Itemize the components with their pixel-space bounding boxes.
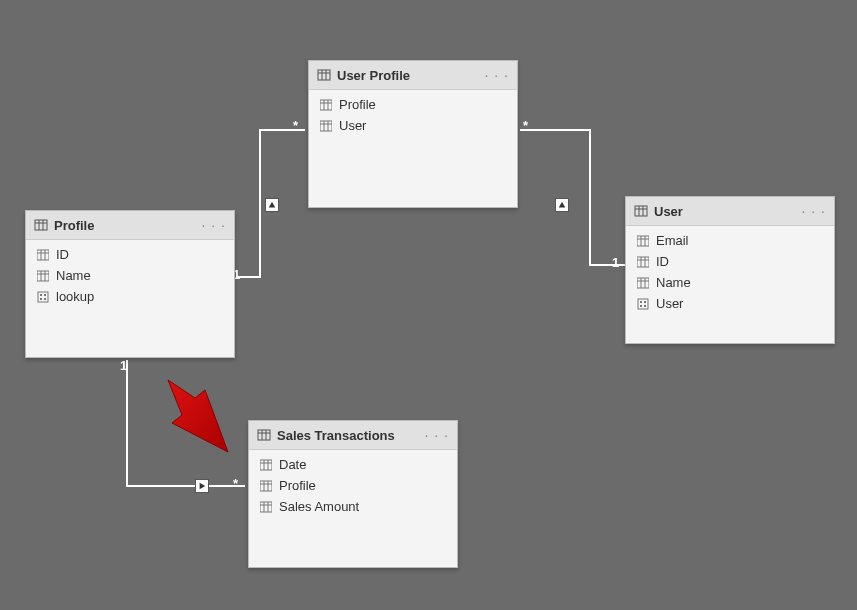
table-icon xyxy=(257,428,271,442)
measure-icon xyxy=(636,297,650,311)
table-title: User Profile xyxy=(337,68,479,83)
svg-rect-8 xyxy=(37,250,49,260)
more-options-icon[interactable]: · · · xyxy=(202,217,226,233)
svg-rect-49 xyxy=(638,299,648,309)
field-row[interactable]: lookup xyxy=(26,286,234,307)
svg-rect-12 xyxy=(37,271,49,281)
svg-rect-62 xyxy=(260,481,272,491)
svg-rect-29 xyxy=(320,121,332,131)
field-name: Name xyxy=(56,268,91,283)
svg-marker-2 xyxy=(200,483,206,489)
field-row[interactable]: User xyxy=(626,293,834,314)
table-fields: Email ID Name User xyxy=(626,226,834,326)
svg-rect-51 xyxy=(644,301,646,303)
table-header[interactable]: User · · · xyxy=(626,197,834,226)
field-name: Email xyxy=(656,233,689,248)
filter-direction-icon xyxy=(195,479,209,493)
cardinality-many: * xyxy=(233,476,238,491)
svg-marker-3 xyxy=(168,380,228,452)
field-row[interactable]: Profile xyxy=(309,94,517,115)
field-name: lookup xyxy=(56,289,94,304)
column-icon xyxy=(36,248,50,262)
cardinality-many: * xyxy=(293,118,298,133)
field-row[interactable]: Sales Amount xyxy=(249,496,457,517)
table-user-profile[interactable]: User Profile · · · Profile User xyxy=(308,60,518,208)
cardinality-many: * xyxy=(523,118,528,133)
table-title: Sales Transactions xyxy=(277,428,419,443)
svg-rect-50 xyxy=(640,301,642,303)
svg-rect-4 xyxy=(35,220,47,230)
more-options-icon[interactable]: · · · xyxy=(425,427,449,443)
field-name: User xyxy=(656,296,683,311)
field-name: User xyxy=(339,118,366,133)
field-name: ID xyxy=(56,247,69,262)
field-name: Profile xyxy=(279,478,316,493)
svg-rect-58 xyxy=(260,460,272,470)
svg-rect-54 xyxy=(258,430,270,440)
field-row[interactable]: Profile xyxy=(249,475,457,496)
field-name: Date xyxy=(279,457,306,472)
field-row[interactable]: Date xyxy=(249,454,457,475)
field-name: Profile xyxy=(339,97,376,112)
table-fields: Profile User xyxy=(309,90,517,190)
field-row[interactable]: Name xyxy=(626,272,834,293)
table-header[interactable]: Profile · · · xyxy=(26,211,234,240)
table-title: User xyxy=(654,204,796,219)
svg-rect-33 xyxy=(635,206,647,216)
svg-rect-45 xyxy=(637,278,649,288)
svg-rect-21 xyxy=(318,70,330,80)
svg-rect-41 xyxy=(637,257,649,267)
svg-rect-25 xyxy=(320,100,332,110)
column-icon xyxy=(636,255,650,269)
table-icon xyxy=(634,204,648,218)
svg-marker-0 xyxy=(269,202,275,208)
column-icon xyxy=(36,269,50,283)
field-row[interactable]: ID xyxy=(626,251,834,272)
table-user[interactable]: User · · · Email ID Name User xyxy=(625,196,835,344)
svg-rect-53 xyxy=(644,305,646,307)
table-header[interactable]: User Profile · · · xyxy=(309,61,517,90)
field-name: Sales Amount xyxy=(279,499,359,514)
filter-direction-icon xyxy=(555,198,569,212)
cardinality-one: 1 xyxy=(120,358,127,373)
measure-icon xyxy=(36,290,50,304)
more-options-icon[interactable]: · · · xyxy=(802,203,826,219)
table-header[interactable]: Sales Transactions · · · xyxy=(249,421,457,450)
column-icon xyxy=(636,276,650,290)
field-row[interactable]: ID xyxy=(26,244,234,265)
column-icon xyxy=(259,500,273,514)
field-row[interactable]: User xyxy=(309,115,517,136)
table-icon xyxy=(317,68,331,82)
table-title: Profile xyxy=(54,218,196,233)
table-profile[interactable]: Profile · · · ID Name lookup xyxy=(25,210,235,358)
cardinality-one: 1 xyxy=(612,255,619,270)
svg-rect-20 xyxy=(44,298,46,300)
more-options-icon[interactable]: · · · xyxy=(485,67,509,83)
svg-rect-66 xyxy=(260,502,272,512)
column-icon xyxy=(636,234,650,248)
table-fields: Date Profile Sales Amount xyxy=(249,450,457,550)
filter-direction-icon xyxy=(265,198,279,212)
svg-rect-17 xyxy=(40,294,42,296)
svg-rect-16 xyxy=(38,292,48,302)
column-icon xyxy=(259,458,273,472)
svg-rect-37 xyxy=(637,236,649,246)
column-icon xyxy=(319,98,333,112)
field-name: ID xyxy=(656,254,669,269)
table-icon xyxy=(34,218,48,232)
table-fields: ID Name lookup xyxy=(26,240,234,340)
column-icon xyxy=(259,479,273,493)
svg-rect-18 xyxy=(44,294,46,296)
svg-rect-52 xyxy=(640,305,642,307)
field-name: Name xyxy=(656,275,691,290)
svg-rect-19 xyxy=(40,298,42,300)
field-row[interactable]: Name xyxy=(26,265,234,286)
svg-marker-1 xyxy=(559,202,565,208)
table-sales-transactions[interactable]: Sales Transactions · · · Date Profile Sa… xyxy=(248,420,458,568)
field-row[interactable]: Email xyxy=(626,230,834,251)
column-icon xyxy=(319,119,333,133)
